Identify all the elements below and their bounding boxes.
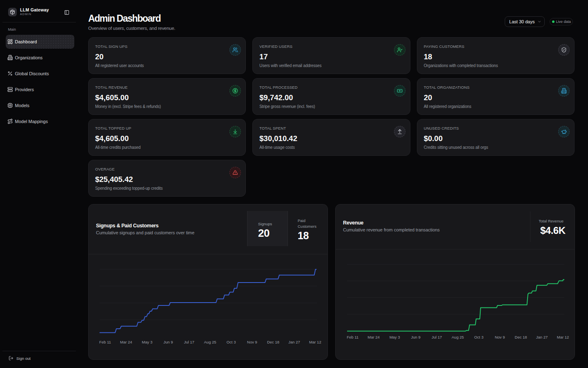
- svg-text:Feb 11: Feb 11: [99, 340, 111, 344]
- svg-text:Feb 11: Feb 11: [347, 335, 359, 339]
- svg-text:Nov 9: Nov 9: [495, 335, 505, 339]
- svg-text:Nov 9: Nov 9: [247, 340, 257, 344]
- svg-text:Dec 18: Dec 18: [515, 335, 527, 339]
- svg-text:Mar 24: Mar 24: [120, 340, 132, 344]
- svg-text:Mar 24: Mar 24: [368, 335, 380, 339]
- svg-text:Mar 12: Mar 12: [309, 340, 321, 344]
- svg-text:Jan 27: Jan 27: [536, 335, 548, 339]
- svg-text:Jul 17: Jul 17: [184, 340, 194, 344]
- svg-text:Jan 27: Jan 27: [288, 340, 300, 344]
- svg-text:May 3: May 3: [390, 335, 400, 339]
- svg-text:Oct 3: Oct 3: [227, 340, 236, 344]
- svg-text:Mar 12: Mar 12: [557, 335, 569, 339]
- svg-text:Jun 9: Jun 9: [163, 340, 173, 344]
- svg-text:Aug 25: Aug 25: [204, 340, 216, 344]
- svg-text:Aug 25: Aug 25: [452, 335, 464, 339]
- svg-text:Oct 3: Oct 3: [474, 335, 483, 339]
- svg-text:Jun 9: Jun 9: [411, 335, 420, 339]
- svg-text:Dec 18: Dec 18: [267, 340, 279, 344]
- svg-text:May 3: May 3: [142, 340, 152, 344]
- svg-text:Jul 17: Jul 17: [432, 335, 442, 339]
